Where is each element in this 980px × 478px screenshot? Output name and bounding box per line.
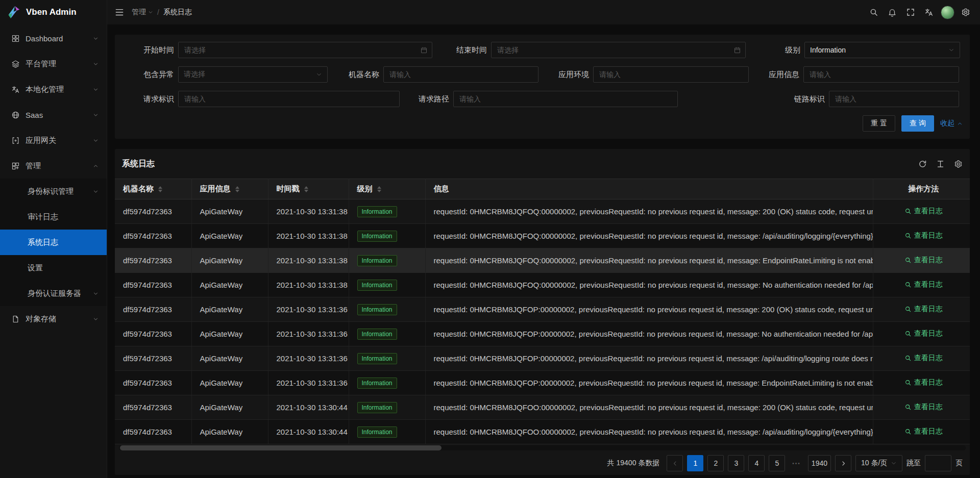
start-time-input[interactable] — [178, 42, 432, 58]
column-settings-icon[interactable] — [954, 160, 963, 168]
request-path-input[interactable] — [453, 91, 678, 107]
sidebar-item-admin[interactable]: 管理 — [0, 153, 107, 179]
breadcrumb-parent[interactable]: 管理 — [132, 8, 153, 17]
timestamp-cell: 2021-10-30 13:31:36 — [268, 297, 349, 322]
chevron-down-icon — [93, 291, 99, 296]
sidebar-item-label: 对象存储 — [26, 314, 93, 324]
app-info-cell: ApiGateWay — [191, 395, 268, 420]
sidebar-item-label: 应用网关 — [26, 136, 93, 145]
sidebar-item-identity-management[interactable]: 身份标识管理 — [0, 179, 107, 204]
view-log-button[interactable]: 查看日志 — [904, 378, 943, 387]
level-select[interactable]: Information — [804, 42, 960, 58]
action-cell: 查看日志 — [873, 420, 970, 444]
search-icon — [904, 281, 912, 288]
localization-icon — [11, 85, 20, 94]
scrollbar-thumb[interactable] — [120, 445, 442, 450]
message-cell: requestId: 0HMCRBM8JQFOQ:00000002, previ… — [425, 224, 873, 248]
column-header-timestamp[interactable]: 时间戳 — [268, 179, 349, 199]
sidebar-item-app-gateway[interactable]: 应用网关 — [0, 128, 107, 153]
sidebar-item-platform[interactable]: 平台管理 — [0, 51, 107, 77]
search-icon — [904, 355, 912, 362]
table-title: 系统日志 — [122, 159, 155, 169]
column-header-inner: 信息 — [434, 184, 869, 194]
view-log-button[interactable]: 查看日志 — [904, 207, 943, 216]
column-header-machine[interactable]: 机器名称 — [115, 179, 191, 199]
sidebar-item-object-storage[interactable]: 对象存储 — [0, 306, 107, 332]
view-log-button[interactable]: 查看日志 — [904, 354, 943, 363]
view-log-button[interactable]: 查看日志 — [904, 256, 943, 265]
timestamp-cell: 2021-10-30 13:31:38 — [268, 199, 349, 224]
column-height-icon[interactable] — [936, 160, 945, 168]
request-id-input[interactable] — [178, 91, 400, 107]
machine-name-cell: df5974d72363 — [115, 371, 191, 395]
pagination-page-3[interactable]: 3 — [728, 455, 744, 471]
view-log-button[interactable]: 查看日志 — [904, 280, 943, 289]
timestamp-cell: 2021-10-30 13:31:36 — [268, 322, 349, 346]
notification-bell-icon[interactable] — [883, 0, 901, 24]
language-translate-icon[interactable] — [920, 0, 938, 24]
sidebar-item-audit-logs[interactable]: 审计日志 — [0, 204, 107, 230]
refresh-icon[interactable] — [918, 160, 927, 168]
view-log-button[interactable]: 查看日志 — [904, 402, 943, 412]
end-time-picker[interactable] — [491, 42, 746, 58]
filter-row-3: 请求标识 请求路径 链路标识 — [122, 91, 963, 107]
search-button[interactable]: 查 询 — [901, 115, 934, 132]
pagination-next-button[interactable] — [835, 455, 851, 471]
pagination-page-4[interactable]: 4 — [748, 455, 765, 471]
table-row: df5974d72363ApiGateWay2021-10-30 13:31:3… — [115, 224, 970, 248]
topbar-actions — [865, 0, 975, 24]
machine-name-cell: df5974d72363 — [115, 224, 191, 248]
reset-button[interactable]: 重 置 — [863, 115, 895, 132]
sidebar-item-label: 设置 — [28, 263, 99, 273]
menu-fold-icon[interactable] — [114, 7, 125, 17]
view-log-label: 查看日志 — [914, 378, 943, 387]
has-exception-placeholder: 请选择 — [184, 70, 205, 79]
trace-id-field — [829, 91, 959, 107]
view-log-label: 查看日志 — [914, 402, 943, 412]
sidebar-item-auth-server[interactable]: 身份认证服务器 — [0, 281, 107, 306]
column-header-app[interactable]: 应用信息 — [191, 179, 268, 199]
view-log-button[interactable]: 查看日志 — [904, 305, 943, 314]
filter-row-2: 包含异常 请选择 机器名称 应用环境 应用信息 — [122, 66, 963, 83]
end-time-input[interactable] — [491, 42, 746, 58]
view-log-button[interactable]: 查看日志 — [904, 427, 943, 436]
user-avatar[interactable] — [938, 0, 957, 24]
trace-id-input[interactable] — [829, 91, 959, 107]
sidebar-item-saas[interactable]: Saas — [0, 102, 107, 128]
timestamp-cell: 2021-10-30 13:31:38 — [268, 248, 349, 273]
sidebar-item-settings[interactable]: 设置 — [0, 255, 107, 281]
collapse-button[interactable]: 收起 — [940, 119, 963, 128]
search-icon — [904, 208, 912, 215]
pagination-prev-button[interactable] — [667, 455, 683, 471]
app-environment-label: 应用环境 — [538, 70, 593, 80]
logo[interactable]: Vben Admin — [0, 0, 107, 24]
search-icon[interactable] — [865, 0, 883, 24]
has-exception-select[interactable]: 请选择 — [178, 66, 328, 83]
fullscreen-icon[interactable] — [901, 0, 920, 24]
view-log-button[interactable]: 查看日志 — [904, 231, 943, 240]
column-label: 级别 — [357, 184, 373, 194]
page-size-select[interactable]: 10 条/页 — [855, 455, 902, 471]
pagination-page-2[interactable]: 2 — [707, 455, 724, 471]
app-environment-input[interactable] — [593, 66, 749, 83]
pagination-page-1940[interactable]: 1940 — [808, 455, 831, 471]
jump-page-input[interactable] — [925, 455, 951, 471]
sidebar-item-dashboard[interactable]: Dashboard — [0, 26, 107, 51]
chevron-down-icon — [93, 189, 99, 194]
platform-icon — [11, 60, 20, 68]
pagination-page-5[interactable]: 5 — [769, 455, 785, 471]
sidebar-item-localization[interactable]: 本地化管理 — [0, 77, 107, 102]
column-header-level[interactable]: 级别 — [349, 179, 425, 199]
pagination-page-1[interactable]: 1 — [687, 455, 703, 471]
sidebar-menu: Dashboard平台管理本地化管理Saas应用网关管理身份标识管理审计日志系统… — [0, 24, 107, 478]
start-time-picker[interactable] — [178, 42, 432, 58]
column-label: 应用信息 — [200, 184, 231, 194]
logo-title: Vben Admin — [26, 7, 77, 17]
app-info-input[interactable] — [803, 66, 959, 83]
sidebar-item-system-logs[interactable]: 系统日志 — [0, 230, 107, 255]
table-panel: 系统日志 机器名称应用信息时间戳级别信息操作方法 df5974d72363Api… — [115, 149, 970, 475]
search-icon — [904, 330, 912, 337]
settings-gear-icon[interactable] — [957, 0, 975, 24]
view-log-button[interactable]: 查看日志 — [904, 329, 943, 338]
machine-name-input[interactable] — [383, 66, 538, 83]
